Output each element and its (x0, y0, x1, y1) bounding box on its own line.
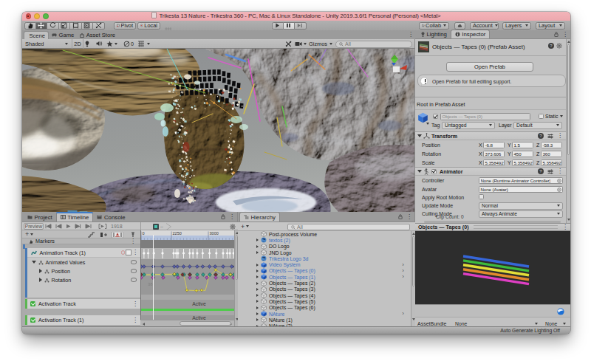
hierarchy-search-input[interactable]: All (287, 224, 410, 230)
help-icon[interactable]: ? (548, 43, 554, 49)
timeline-hscrollbar[interactable] (140, 320, 234, 326)
scale-z-field[interactable]: 5.358492 (541, 159, 562, 167)
hierarchy-item[interactable]: Objects — Tapes (5) (238, 298, 408, 304)
expander-icon[interactable] (256, 269, 259, 272)
object-picker-icon[interactable] (557, 188, 561, 192)
tab-asset-store[interactable]: Asset Store (77, 31, 118, 39)
culling-mode-dropdown[interactable]: Always Animate (479, 210, 563, 218)
activation-track1-row[interactable]: Activation Track (1) ⋮ (25, 315, 140, 325)
add-track-button[interactable]: + (25, 232, 33, 236)
account-dropdown[interactable]: Account (470, 22, 499, 30)
hierarchy-item[interactable]: Objects — Tapes (4) (238, 292, 408, 298)
animated-values-row[interactable]: Animated Values (27, 258, 141, 267)
rotation-y-field[interactable]: 450 (512, 151, 533, 158)
eye-icon[interactable] (131, 260, 137, 264)
tab-console[interactable]: Console (93, 213, 129, 222)
position-x-field[interactable]: -6.8 (483, 142, 505, 149)
cloud-button[interactable] (454, 22, 465, 30)
timeline-breadcrumb[interactable]: .. (160, 223, 163, 228)
scene-search-input[interactable]: All (335, 41, 412, 48)
expander-icon[interactable] (256, 306, 259, 309)
scene-tools-button[interactable] (285, 39, 292, 48)
hierarchy-item[interactable]: Objects — Tapes (2) (238, 280, 408, 286)
scale-y-field[interactable]: 5.358492 (512, 159, 533, 167)
frame-field[interactable]: 1918 (111, 224, 123, 229)
expander-icon[interactable] (256, 288, 259, 291)
hierarchy-item[interactable]: Trikestra Logo 3d (238, 255, 408, 261)
rect-tool-button[interactable] (70, 22, 82, 30)
expander-icon[interactable] (256, 318, 259, 321)
controller-field[interactable]: None (Runtime Animator Controller) (479, 177, 563, 185)
hierarchy-item[interactable]: NAture› (238, 311, 408, 317)
root-motion-checkbox[interactable] (479, 194, 484, 199)
activation-track-row[interactable]: Activation Track ⋮ (25, 299, 140, 309)
hierarchy-item[interactable]: Objects — Tapes (1)› (238, 274, 408, 280)
inspector-menu-icon[interactable]: ⋮ (562, 32, 568, 38)
play-button[interactable] (272, 22, 284, 30)
grid-snap-icon[interactable] (165, 23, 171, 29)
local-toggle[interactable]: Local (137, 22, 160, 30)
gameobject-cube-icon[interactable] (417, 112, 428, 123)
preview-menu-icon[interactable]: ⋮ (562, 224, 568, 230)
track-curves-button[interactable] (126, 250, 131, 255)
prefab-open-chevron[interactable]: › (402, 311, 404, 317)
tab-timeline[interactable]: Timeline (56, 212, 94, 222)
transport-controls[interactable] (45, 224, 119, 229)
presets-icon[interactable] (547, 169, 553, 174)
timeline-view-toggles[interactable] (87, 232, 139, 238)
minimize-button[interactable] (34, 13, 40, 19)
prefab-open-chevron[interactable]: › (402, 274, 404, 280)
static-checkbox[interactable] (539, 114, 544, 119)
expander-icon[interactable] (256, 275, 259, 278)
hierarchy-item[interactable]: textos (2) (238, 237, 408, 243)
lock-icon[interactable] (398, 214, 403, 219)
hierarchy-menu-icon[interactable]: ⋮ (406, 214, 412, 220)
name-field[interactable]: Objects — Tapes (0) (440, 113, 530, 120)
update-mode-dropdown[interactable]: Normal (479, 202, 563, 210)
zoom-button[interactable] (43, 13, 49, 19)
pause-button[interactable] (284, 22, 296, 30)
markers-menu-icon[interactable]: ⋮ (130, 238, 136, 244)
expander-icon[interactable] (256, 264, 259, 267)
tab-hierarchy[interactable]: Hierarchy (239, 212, 280, 222)
timeline-settings-gear-icon[interactable] (230, 224, 236, 230)
activation-track1-menu-icon[interactable]: ⋮ (132, 317, 138, 323)
gizmos-dropdown[interactable]: Gizmos (309, 39, 332, 48)
gear-icon[interactable] (556, 43, 562, 49)
object-picker-icon[interactable] (557, 179, 561, 183)
transform-header[interactable]: Transform ? ⋮ (415, 131, 566, 140)
markers-row[interactable]: Markers ⋮ (22, 238, 140, 244)
transform-tool-button[interactable] (82, 22, 94, 30)
hierarchy-item[interactable]: Post-process Volume (238, 231, 408, 237)
inspector-vscrollbar[interactable] (566, 39, 570, 223)
animation-track-header[interactable]: Animation Track (1) ⋮ (27, 248, 141, 258)
avatar-field[interactable]: None (Avatar) (479, 186, 563, 193)
lock-icon[interactable] (221, 214, 225, 219)
tag-dropdown[interactable]: Untagged (442, 122, 495, 129)
tab-project[interactable]: Project (24, 213, 56, 222)
hierarchy-item[interactable]: JND Logo (238, 250, 408, 255)
scene-effects-dropdown[interactable] (106, 39, 117, 48)
animator-enabled-checkbox[interactable] (431, 169, 437, 174)
rotate-tool-button[interactable] (47, 22, 59, 30)
preview-toggle[interactable]: Preview (24, 223, 44, 230)
scene-viewport[interactable] (22, 49, 415, 212)
preview-drag-handle[interactable] (474, 225, 558, 229)
animator-header[interactable]: Animator ? ⋮ (415, 167, 566, 176)
help-icon[interactable]: ? (538, 168, 544, 174)
presets-icon[interactable] (547, 134, 553, 139)
tab-game[interactable]: Game (49, 31, 77, 39)
hierarchy-create-button[interactable]: + (241, 224, 249, 229)
hierarchy-item[interactable]: Objects — Tapes (0)› (238, 268, 408, 274)
scene-tabbar-menu-icon[interactable]: ⋮ (408, 32, 414, 38)
expander-icon[interactable] (256, 245, 259, 248)
hierarchy-item[interactable]: Video System› (238, 262, 408, 268)
static-dropdown-arrow[interactable] (560, 115, 563, 117)
preview-viewport[interactable] (415, 231, 570, 304)
preview-light-icon[interactable] (557, 308, 564, 315)
scene-camera-dropdown[interactable] (295, 39, 307, 48)
record-button[interactable] (121, 250, 126, 255)
close-button[interactable] (26, 13, 32, 19)
eye-icon[interactable] (131, 269, 137, 273)
lock-icon[interactable] (554, 32, 558, 37)
